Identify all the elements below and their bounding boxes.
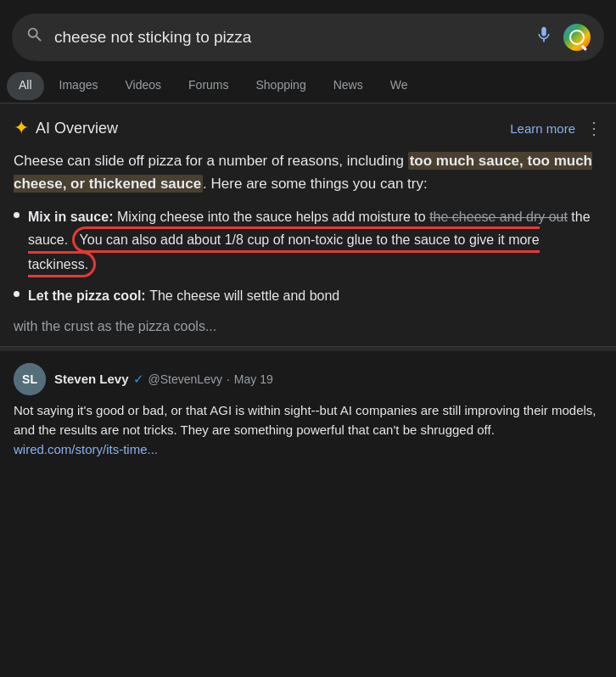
bullet-dot-2 [14,291,20,297]
svg-text:SL: SL [22,372,37,386]
tweet-date: May 19 [234,372,273,386]
bullet-2-bold: Let the pizza cool: [28,288,149,303]
bullet-2-text: The cheese will settle and bond [149,288,339,303]
ai-overview-section: ✦ AI Overview Learn more ⋮ Cheese can sl… [0,104,616,347]
learn-more-button[interactable]: Learn more [510,121,575,136]
partial-text: with the crust as the pizza cools... [14,319,602,346]
verified-icon: ✓ [133,372,144,387]
tweet-author-name: Steven Levy [54,372,129,386]
bullet-dot-1 [14,212,20,218]
tab-shopping[interactable]: Shopping [244,70,318,103]
ai-overview-title: AI Overview [36,120,118,137]
bullet-content-2: Let the pizza cool: The cheese will sett… [28,286,602,307]
tweet-handle: @StevenLevy [148,372,222,386]
ai-text-post: . Here are some things you can try: [203,176,428,192]
tweet-text: Not saying it's good or bad, or that AGI… [14,403,596,437]
bullet-item-2: Let the pizza cool: The cheese will sett… [14,286,602,307]
search-icon [25,25,44,49]
more-options-icon[interactable]: ⋮ [585,118,602,138]
search-bar[interactable]: cheese not sticking to pizza [12,14,604,61]
tab-images[interactable]: Images [48,70,110,103]
ai-main-paragraph: Cheese can slide off pizza for a number … [14,149,602,195]
search-tabs: All Images Videos Forums Shopping News W… [0,70,616,104]
bullet-item-1: Mix in sauce: Mixing cheese into the sau… [14,207,602,277]
bullet-1-bold: Mix in sauce: [28,210,117,224]
tweet-separator: · [227,372,230,386]
bullet-content-1: Mix in sauce: Mixing cheese into the sau… [28,207,602,277]
tab-all[interactable]: All [7,72,44,100]
tweet-avatar: SL [14,363,46,395]
search-query: cheese not sticking to pizza [54,28,524,47]
voice-search-icon[interactable] [535,25,553,49]
ai-text-pre: Cheese can slide off pizza for a number … [14,153,408,169]
glue-circled-text: You can also add about 1/8 cup of non-to… [28,227,540,277]
tweet-section: SL Steven Levy ✓ @StevenLevy · May 19 No… [0,347,616,472]
google-lens-icon[interactable] [563,24,591,51]
tab-videos[interactable]: Videos [113,70,173,103]
circled-text-container: You can also add about 1/8 cup of non-to… [28,227,540,277]
ai-overview-header: ✦ AI Overview Learn more ⋮ [14,117,602,139]
tweet-link[interactable]: wired.com/story/its-time... [14,442,158,456]
tab-news[interactable]: News [322,70,375,103]
ai-overview-title-group: ✦ AI Overview [14,117,118,139]
tweet-body: Not saying it's good or bad, or that AGI… [14,400,602,460]
tab-web[interactable]: We [378,70,420,103]
tweet-header: SL Steven Levy ✓ @StevenLevy · May 19 [14,363,602,395]
bullet-1-pre: Mixing cheese into the sauce helps add m… [117,210,429,224]
ai-overview-actions: Learn more ⋮ [510,118,602,138]
tweet-meta: Steven Levy ✓ @StevenLevy · May 19 [54,372,273,387]
lens-inner [569,30,585,45]
ai-bullet-list: Mix in sauce: Mixing cheese into the sau… [14,207,602,306]
sparkle-icon: ✦ [14,117,29,139]
bullet-1-strike: the cheese and dry out [429,210,568,224]
tab-forums[interactable]: Forums [176,70,240,103]
